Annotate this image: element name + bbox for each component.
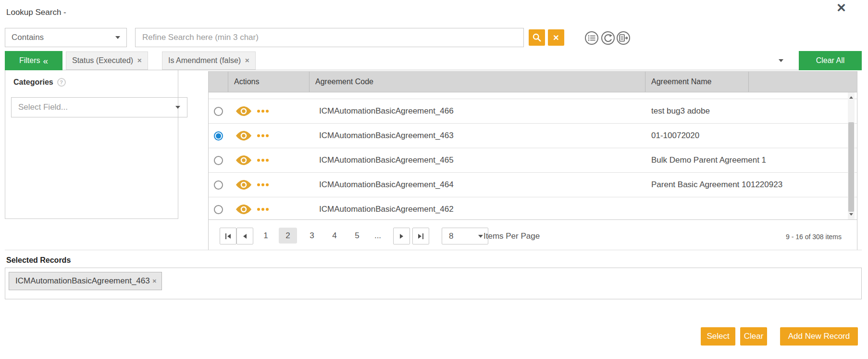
header-agreement-name[interactable]: Agreement Name <box>645 72 748 92</box>
filter-chip-label: Status (Executed) <box>72 56 133 65</box>
selected-records-title: Selected Records <box>6 256 71 265</box>
pager-last-button[interactable] <box>412 228 429 244</box>
export-excel-button[interactable] <box>617 31 630 45</box>
vertical-scrollbar[interactable] <box>848 92 855 219</box>
select-button[interactable]: Select <box>701 327 735 346</box>
view-record-icon[interactable] <box>236 131 251 141</box>
selected-record-label: ICMAutomationBasicAgreement_463 <box>15 276 150 286</box>
agreement-name-cell: test bug3 adobe <box>645 106 857 116</box>
category-field-select[interactable]: Select Field... <box>11 97 187 117</box>
search-button[interactable] <box>529 29 545 46</box>
add-new-record-button[interactable]: Add New Record <box>780 327 858 346</box>
pager: 1 2 3 4 5 ... 8 Items Per Page 9 - 16 of… <box>209 219 857 251</box>
more-actions-icon[interactable] <box>257 134 269 137</box>
scrollbar-thumb[interactable] <box>848 122 854 212</box>
search-icon <box>533 33 541 42</box>
export-excel-icon <box>619 34 628 42</box>
table-row: ICMAutomationBasicAgreement_465 Bulk Dem… <box>209 148 857 173</box>
pager-ellipsis[interactable]: ... <box>369 228 387 244</box>
dialog-title: Lookup Search - <box>6 8 66 17</box>
pager-page-2[interactable]: 2 <box>279 228 297 244</box>
table-row: ICMAutomationBasicAgreement_462 <box>209 197 857 219</box>
items-per-page-value: 8 <box>449 231 453 241</box>
collapse-chevrons-icon: « <box>43 56 48 65</box>
scroll-up-icon[interactable] <box>849 96 853 99</box>
view-record-icon[interactable] <box>236 106 251 116</box>
search-operator-value: Contains <box>12 33 44 42</box>
more-actions-icon[interactable] <box>257 183 269 186</box>
table-row: ICMAutomationBasicAgreement_463 01-10072… <box>209 124 857 148</box>
selected-records-box: ICMAutomationBasicAgreement_463 ✕ <box>5 268 862 299</box>
more-actions-icon[interactable] <box>257 110 269 113</box>
header-actions[interactable]: Actions <box>228 72 309 92</box>
agreement-code-cell: ICMAutomationBasicAgreement_464 <box>309 180 645 190</box>
items-per-page-select[interactable]: 8 <box>442 228 488 244</box>
pager-page-3[interactable]: 3 <box>303 228 321 244</box>
filters-dropdown-button[interactable] <box>779 59 783 62</box>
agreement-code-cell: ICMAutomationBasicAgreement_463 <box>309 131 645 141</box>
list-icon <box>588 35 595 41</box>
remove-selected-record-icon[interactable]: ✕ <box>152 278 157 284</box>
pager-range-label: 9 - 16 of 308 items <box>786 233 842 241</box>
table-row: ICMAutomationBasicAgreement_466 test bug… <box>209 99 857 124</box>
clear-search-button[interactable]: ✕ <box>548 29 564 46</box>
agreement-code-cell: ICMAutomationBasicAgreement_462 <box>309 205 645 214</box>
chevron-down-icon <box>115 36 120 39</box>
grid-body: ICMAutomationBasicAgreement_466 test bug… <box>209 92 857 219</box>
section-divider <box>5 250 862 250</box>
help-icon[interactable]: ? <box>57 78 66 87</box>
row-radio[interactable] <box>214 107 223 116</box>
view-record-icon[interactable] <box>236 205 251 214</box>
row-radio[interactable] <box>214 131 223 141</box>
filter-chip-is-amendment[interactable]: Is Amendment (false) ✕ <box>162 51 256 70</box>
pager-prev-button[interactable] <box>236 228 253 244</box>
scroll-down-icon[interactable] <box>849 213 853 216</box>
refresh-button[interactable] <box>601 31 615 45</box>
pager-page-5[interactable]: 5 <box>348 228 366 244</box>
more-actions-icon[interactable] <box>257 208 269 211</box>
selected-record-chip[interactable]: ICMAutomationBasicAgreement_463 ✕ <box>9 272 162 290</box>
pager-next-button[interactable] <box>393 228 410 244</box>
search-input[interactable] <box>135 28 524 47</box>
pager-page-4[interactable]: 4 <box>325 228 344 244</box>
categories-panel: Categories ? Select Field... <box>5 70 178 219</box>
category-field-placeholder: Select Field... <box>18 103 68 112</box>
chevron-down-icon <box>175 106 180 109</box>
clear-button[interactable]: Clear <box>740 327 767 346</box>
pager-first-button[interactable] <box>220 228 236 244</box>
header-agreement-code[interactable]: Agreement Code <box>309 72 645 92</box>
filters-toggle-button[interactable]: Filters « <box>5 51 62 70</box>
items-per-page-label: Items Per Page <box>484 231 540 241</box>
row-radio[interactable] <box>214 156 223 165</box>
pager-page-1[interactable]: 1 <box>257 228 275 244</box>
view-record-icon[interactable] <box>236 155 251 165</box>
close-icon[interactable]: ✕ <box>836 2 846 14</box>
header-spacer <box>748 72 857 92</box>
row-radio[interactable] <box>214 180 223 190</box>
filter-chip-status[interactable]: Status (Executed) ✕ <box>66 51 148 70</box>
list-view-button[interactable] <box>585 31 598 45</box>
agreement-name-cell: Parent Basic Agreement 101220923 <box>645 180 857 190</box>
remove-filter-icon[interactable]: ✕ <box>245 57 249 64</box>
search-operator-select[interactable]: Contains <box>5 28 127 47</box>
filter-chip-label: Is Amendment (false) <box>168 56 241 65</box>
agreement-code-cell: ICMAutomationBasicAgreement_465 <box>309 155 645 165</box>
agreement-name-cell: 01-10072020 <box>645 131 857 141</box>
more-actions-icon[interactable] <box>257 159 269 162</box>
categories-label: Categories <box>13 78 53 87</box>
filters-toggle-label: Filters <box>19 56 40 65</box>
remove-filter-icon[interactable]: ✕ <box>137 57 142 64</box>
view-record-icon[interactable] <box>236 180 251 190</box>
lookup-search-dialog: Lookup Search - ✕ Contains ✕ <box>0 0 868 359</box>
grid-header: Actions Agreement Code Agreement Name <box>209 72 857 92</box>
refresh-icon <box>604 34 612 42</box>
agreement-code-cell: ICMAutomationBasicAgreement_466 <box>309 106 645 116</box>
header-radio-column <box>209 72 228 92</box>
row-radio[interactable] <box>214 205 223 214</box>
results-grid: Actions Agreement Code Agreement Name IC… <box>208 71 857 250</box>
table-row-partial <box>209 92 857 99</box>
table-row: ICMAutomationBasicAgreement_464 Parent B… <box>209 173 857 197</box>
clear-all-button[interactable]: Clear All <box>799 51 862 70</box>
chevron-down-icon <box>478 235 483 238</box>
chevron-down-icon <box>779 59 783 62</box>
